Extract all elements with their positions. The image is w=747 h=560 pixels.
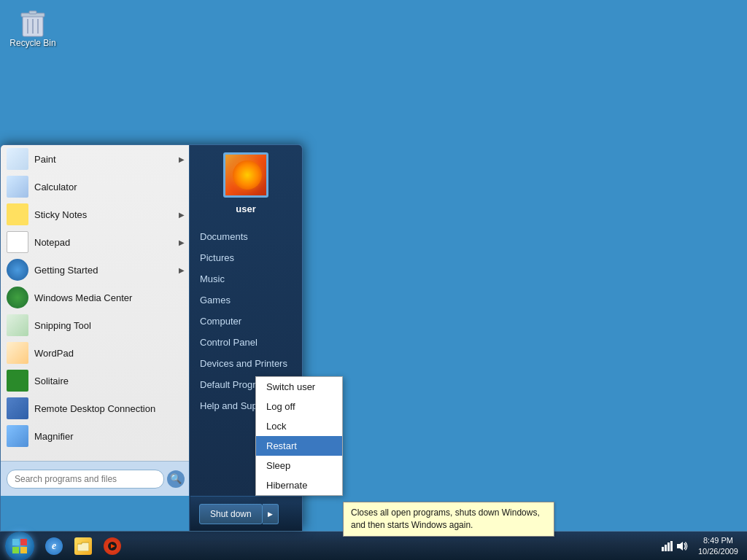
menu-item-label-windows-media-center: Windows Media Center — [34, 292, 132, 303]
right-menu-item-games[interactable]: Games — [190, 289, 302, 311]
taskbar-explorer[interactable] — [70, 533, 96, 559]
menu-item-label-sticky-notes: Sticky Notes — [34, 209, 87, 220]
magnifier-icon — [7, 425, 28, 447]
svg-rect-16 — [667, 542, 670, 551]
desktop: Recycle Bin Paint▶CalculatorSticky Notes… — [0, 0, 747, 560]
shutdown-flyout-menu: Switch userLog offLockRestartSleepHibern… — [255, 376, 343, 496]
menu-item-label-calculator: Calculator — [34, 182, 77, 192]
taskbar-ie[interactable]: e — [41, 533, 67, 559]
flyout-item-restart[interactable]: Restart — [256, 436, 342, 456]
solitaire-icon — [7, 370, 28, 392]
restart-tooltip: Closes all open programs, shuts down Win… — [343, 502, 554, 537]
menu-item-label-snipping-tool: Snipping Tool — [34, 320, 91, 331]
shutdown-arrow-button[interactable]: ▶ — [263, 504, 279, 524]
restart-tooltip-text: Closes all open programs, shuts down Win… — [351, 508, 540, 530]
right-menu-item-control-panel[interactable]: Control Panel — [190, 332, 302, 353]
windows-media-center-icon — [7, 287, 28, 308]
menu-item-windows-media-center[interactable]: Windows Media Center — [1, 284, 190, 311]
flyout-item-lock[interactable]: Lock — [256, 416, 342, 436]
menu-item-label-wordpad: WordPad — [34, 348, 74, 359]
search-bar: 🔍 — [1, 461, 190, 496]
flyout-item-switch-user[interactable]: Switch user — [256, 377, 342, 397]
flyout-item-log-off[interactable]: Log off — [256, 397, 342, 416]
tray-icons — [657, 540, 692, 552]
menu-item-remote-desktop[interactable]: Remote Desktop Connection — [1, 394, 190, 422]
menu-item-sticky-notes[interactable]: Sticky Notes▶ — [1, 201, 190, 228]
windows-logo-icon — [11, 537, 28, 555]
recycle-bin-icon[interactable]: Recycle Bin — [7, 6, 58, 48]
menu-item-arrow-paint: ▶ — [179, 155, 185, 163]
menu-item-label-paint: Paint — [34, 154, 56, 165]
svg-rect-8 — [12, 539, 19, 545]
menu-item-label-remote-desktop: Remote Desktop Connection — [34, 403, 155, 414]
ie-icon: e — [45, 537, 63, 555]
menu-item-getting-started[interactable]: Getting Started▶ — [1, 256, 190, 284]
calculator-icon — [7, 176, 28, 198]
recycle-bin-label: Recycle Bin — [9, 38, 55, 48]
paint-icon — [7, 148, 28, 170]
remote-desktop-icon — [7, 397, 28, 419]
svg-rect-11 — [20, 547, 27, 553]
menu-item-label-getting-started: Getting Started — [34, 265, 98, 276]
recycle-bin-svg — [18, 6, 47, 38]
menu-item-label-magnifier: Magnifier — [34, 431, 73, 442]
explorer-icon — [74, 537, 92, 555]
search-input[interactable] — [7, 470, 164, 489]
flyout-item-sleep[interactable]: Sleep — [256, 456, 342, 475]
network-icon[interactable] — [662, 540, 673, 552]
svg-rect-14 — [662, 547, 664, 551]
menu-item-magnifier[interactable]: Magnifier — [1, 422, 190, 450]
user-avatar — [223, 152, 268, 198]
shutdown-bar: Shut down ▶ — [190, 496, 302, 531]
menu-item-notepad[interactable]: Notepad▶ — [1, 228, 190, 256]
svg-marker-18 — [677, 542, 683, 551]
menu-item-calculator[interactable]: Calculator — [1, 173, 190, 201]
svg-rect-10 — [12, 547, 19, 553]
taskbar-wmp[interactable] — [99, 533, 125, 559]
menu-item-arrow-notepad: ▶ — [179, 238, 185, 246]
menu-item-arrow-sticky-notes: ▶ — [179, 211, 185, 219]
start-menu-left-panel: Paint▶CalculatorSticky Notes▶Notepad▶Get… — [1, 145, 190, 496]
menu-item-solitaire[interactable]: Solitaire — [1, 367, 190, 394]
right-menu-item-devices-printers[interactable]: Devices and Printers — [190, 353, 302, 374]
notepad-icon — [7, 231, 28, 253]
flyout-item-hibernate[interactable]: Hibernate — [256, 475, 342, 495]
sticky-notes-icon — [7, 203, 28, 225]
wordpad-icon — [7, 342, 28, 364]
start-button[interactable] — [0, 532, 39, 561]
menu-item-wordpad[interactable]: WordPad — [1, 339, 190, 367]
system-tray: 8:49 PM 10/26/2009 — [657, 532, 747, 560]
menu-item-label-notepad: Notepad — [34, 237, 70, 248]
getting-started-icon — [7, 259, 28, 281]
svg-rect-15 — [665, 545, 667, 551]
svg-rect-9 — [20, 539, 27, 545]
wmp-icon — [104, 537, 121, 555]
shutdown-button[interactable]: Shut down — [199, 504, 263, 524]
right-menu-item-computer[interactable]: Computer — [190, 311, 302, 332]
clock-date: 10/26/2009 — [698, 546, 738, 556]
svg-rect-17 — [670, 541, 673, 551]
menu-items-list: Paint▶CalculatorSticky Notes▶Notepad▶Get… — [1, 145, 190, 465]
volume-icon[interactable] — [676, 540, 688, 552]
menu-item-arrow-getting-started: ▶ — [179, 266, 185, 274]
right-menu-item-pictures[interactable]: Pictures — [190, 247, 302, 268]
search-button[interactable]: 🔍 — [167, 470, 185, 488]
menu-item-label-solitaire: Solitaire — [34, 376, 69, 386]
right-menu-item-music[interactable]: Music — [190, 268, 302, 289]
menu-item-paint[interactable]: Paint▶ — [1, 145, 190, 173]
start-orb — [5, 532, 34, 561]
clock-time: 8:49 PM — [703, 535, 733, 545]
svg-rect-5 — [29, 11, 36, 14]
user-name: user — [236, 203, 255, 214]
menu-item-snipping-tool[interactable]: Snipping Tool — [1, 311, 190, 339]
system-clock[interactable]: 8:49 PM 10/26/2009 — [692, 535, 744, 556]
user-avatar-image — [225, 155, 266, 195]
right-menu-item-documents[interactable]: Documents — [190, 226, 302, 247]
snipping-tool-icon — [7, 314, 28, 336]
